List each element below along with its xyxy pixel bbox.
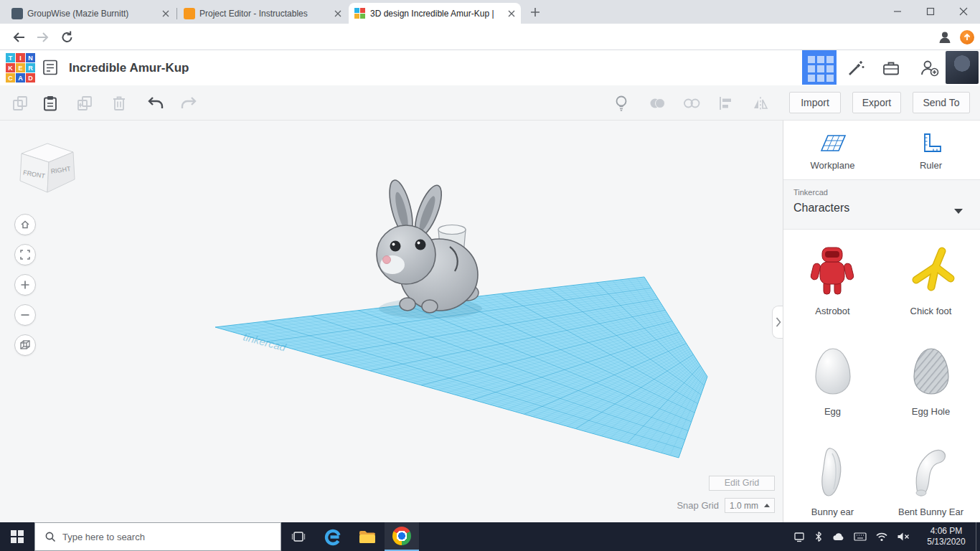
redo-icon[interactable]: [179, 95, 198, 112]
bunny-model[interactable]: [377, 178, 482, 319]
shape-category-dropdown[interactable]: Tinkercad Characters: [783, 179, 980, 230]
taskbar-search[interactable]: Type here to search: [34, 522, 281, 551]
dashboard-grid-button[interactable]: [802, 50, 837, 85]
profile-icon[interactable]: [937, 29, 953, 45]
3d-viewport[interactable]: tinkercad: [0, 121, 783, 522]
shape-label: Bent Bunny Ear: [898, 507, 963, 517]
tab-tinkercad-active[interactable]: 3D design Incredible Amur-Kup |: [349, 3, 521, 24]
zoom-in-button[interactable]: [14, 274, 36, 296]
tab-title: Project Editor - Instructables: [199, 9, 330, 19]
logo-tile: T: [6, 53, 15, 62]
window-maximize-button[interactable]: [914, 0, 947, 23]
chevron-right-icon: [776, 317, 781, 327]
duplicate-icon[interactable]: [76, 95, 93, 112]
logo-tile: D: [26, 73, 35, 83]
paste-icon[interactable]: [42, 95, 59, 112]
snap-grid-dropdown[interactable]: 1.0 mm: [725, 498, 775, 513]
close-icon: [959, 7, 968, 16]
shape-item-astrobot[interactable]: Astrobot: [783, 242, 882, 316]
shape-label: Bunny ear: [811, 507, 854, 517]
bunny-ear-icon: [801, 443, 865, 501]
workplane-icon: [819, 132, 847, 154]
logo-tile: N: [26, 53, 35, 62]
tablet-mode-icon[interactable]: [793, 531, 805, 542]
tinkercad-logo[interactable]: TIN KER CAD: [6, 53, 35, 83]
shape-item-egg-hole[interactable]: Egg Hole: [882, 343, 980, 417]
dropdown-arrow-icon: [764, 504, 770, 507]
group-icon[interactable]: [648, 95, 666, 112]
windows-taskbar: Type here to search: [0, 522, 980, 551]
home-view-button[interactable]: [14, 214, 36, 235]
new-tab-button[interactable]: [529, 6, 541, 18]
import-button[interactable]: Import: [789, 92, 841, 113]
system-tray: [786, 522, 917, 551]
tab-groupwise[interactable]: GroupWise (Mazie Burnitt): [6, 4, 175, 24]
tinker-wand-icon[interactable]: [847, 59, 865, 77]
file-explorer-button[interactable]: [350, 522, 385, 551]
tab-close-icon[interactable]: [508, 10, 515, 17]
browser-toolbar: tinkercad.com/things/9EcPhng5UXW-incredi…: [0, 24, 980, 50]
start-button[interactable]: [0, 522, 34, 551]
add-person-icon[interactable]: [919, 58, 939, 78]
tab-separator: [176, 8, 177, 19]
shape-item-bent-bunny-ear[interactable]: Bent Bunny Ear: [882, 443, 980, 517]
edit-grid-button[interactable]: Edit Grid: [709, 476, 775, 491]
mirror-icon[interactable]: [751, 95, 770, 112]
shape-item-chick-foot[interactable]: Chick foot: [882, 242, 980, 316]
shape-item-egg[interactable]: Egg: [783, 343, 882, 417]
send-to-button[interactable]: Send To: [913, 92, 970, 113]
align-icon[interactable]: [717, 95, 735, 112]
export-button[interactable]: Export: [852, 92, 901, 113]
fit-view-icon: [19, 249, 31, 260]
perspective-toggle-button[interactable]: [14, 334, 36, 356]
onedrive-cloud-icon[interactable]: [832, 532, 845, 542]
fit-view-button[interactable]: [14, 244, 36, 265]
category-brand: Tinkercad: [793, 188, 828, 197]
task-view-button[interactable]: [281, 522, 316, 551]
briefcase-icon[interactable]: [882, 59, 900, 77]
user-avatar[interactable]: [946, 51, 979, 84]
undo-icon[interactable]: [146, 95, 165, 112]
edge-icon: [324, 527, 342, 546]
search-placeholder: Type here to search: [62, 532, 145, 542]
gallery-row: Astrobot Chick foot: [783, 242, 980, 316]
tab-close-icon[interactable]: [334, 10, 341, 17]
bluetooth-icon[interactable]: [814, 531, 824, 542]
chevron-down-icon: [954, 209, 963, 214]
browser-menu-update-icon[interactable]: [960, 30, 974, 44]
astrobot-icon: [801, 242, 865, 300]
window-close-button[interactable]: [947, 0, 980, 23]
lightbulb-icon[interactable]: [612, 94, 631, 113]
workplane-tool-label: Workplane: [811, 160, 855, 171]
taskbar-clock[interactable]: 4:06 PM 5/13/2020: [917, 522, 976, 551]
edge-button[interactable]: [316, 522, 350, 551]
zoom-out-button[interactable]: [14, 304, 36, 326]
logo-tile: E: [16, 63, 25, 72]
panel-collapse-handle[interactable]: [772, 306, 783, 339]
design-menu-icon[interactable]: [42, 59, 59, 76]
window-minimize-button[interactable]: [881, 0, 914, 23]
show-desktop-strip[interactable]: [976, 522, 980, 551]
view-cube[interactable]: FRONT RIGHT: [11, 135, 77, 201]
wifi-icon[interactable]: [875, 532, 888, 542]
delete-icon[interactable]: [110, 95, 128, 112]
bent-bunny-ear-icon: [899, 443, 963, 501]
logo-tile: R: [26, 63, 35, 72]
scene-svg: tinkercad: [0, 121, 783, 522]
ruler-icon: [920, 132, 943, 154]
tab-close-icon[interactable]: [162, 10, 169, 17]
back-button[interactable]: [10, 29, 27, 46]
ungroup-icon[interactable]: [682, 95, 701, 112]
shapes-panel: Workplane Ruler Tinkercad Characters: [783, 121, 980, 522]
volume-muted-icon[interactable]: [897, 532, 910, 542]
reload-button[interactable]: [59, 29, 76, 46]
touch-keyboard-icon[interactable]: [854, 532, 867, 542]
ruler-tool[interactable]: Ruler: [882, 123, 980, 178]
chrome-button[interactable]: [385, 522, 419, 551]
tab-instructables[interactable]: Project Editor - Instructables: [178, 4, 347, 24]
shape-item-bunny-ear[interactable]: Bunny ear: [783, 443, 882, 517]
copy-icon[interactable]: [11, 95, 29, 112]
workplane-tool[interactable]: Workplane: [783, 123, 882, 178]
forward-button[interactable]: [34, 29, 52, 46]
minimize-icon: [893, 7, 902, 16]
